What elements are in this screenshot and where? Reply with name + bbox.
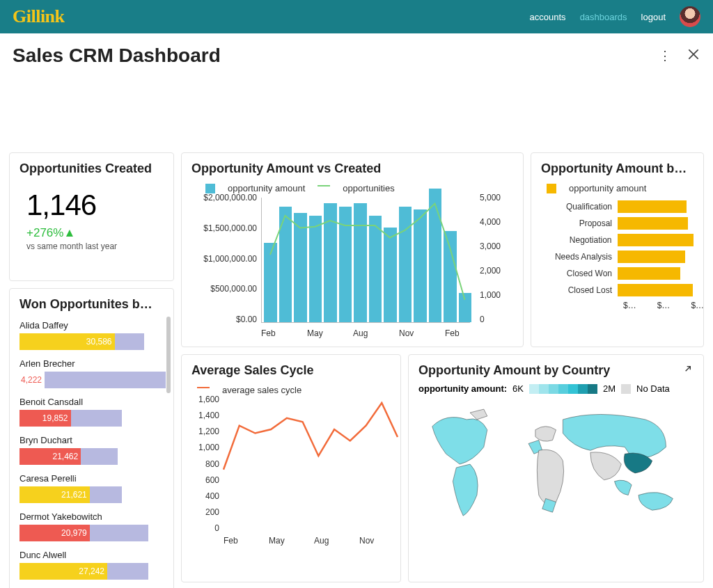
won-footer: 21,604 | 38,986 |: [19, 583, 171, 588]
stage-label: Needs Analysis: [541, 252, 618, 262]
stage-bar: [618, 267, 680, 280]
world-map[interactable]: [418, 398, 694, 537]
card-avg-sales-cycle: Average Sales Cycle average sales cycle …: [181, 354, 401, 582]
won-row: Dunc Alwell27,242: [19, 550, 171, 580]
stage-row: Proposal: [541, 217, 694, 230]
won-name: Alida Daffey: [19, 320, 171, 331]
swatch-line-icon: [318, 185, 330, 186]
stage-rows: QualificationProposalNegotiationNeeds An…: [541, 200, 694, 296]
swatch-bar-icon: [205, 184, 215, 193]
won-bar: 20,979: [19, 525, 166, 541]
won-name: Caresa Perelli: [19, 473, 171, 484]
won-row: Benoit Cansdall19,852: [19, 397, 171, 427]
nodata-swatch-icon: [621, 384, 631, 394]
stage-bar: [618, 284, 693, 296]
won-bar: 27,242: [19, 563, 166, 580]
legend-a: opportunity amount: [228, 183, 305, 193]
logo: Gillink: [13, 6, 65, 27]
swatch-stage-icon: [547, 184, 556, 193]
card-title: Opportunity Amount by St…: [541, 161, 694, 176]
stage-bar: [618, 200, 687, 213]
legend-b: opportunities: [343, 183, 394, 193]
won-row: Arlen Brecher4,222: [19, 358, 171, 388]
card-opportunities-created: Opportunities Created 1,146 +276%▲ vs sa…: [9, 152, 174, 281]
stage-label: Closed Won: [541, 269, 618, 278]
won-name: Dunc Alwell: [19, 550, 171, 560]
avatar[interactable]: [680, 6, 700, 27]
stage-bar: [618, 251, 685, 263]
card-title: Opportunity Amount by Country: [418, 363, 610, 378]
won-bar: 21,462: [19, 448, 166, 465]
legend: opportunity amount: [547, 183, 694, 193]
asc-chart: 1,6001,4001,2001,0008006004002000 FebMay…: [191, 399, 391, 553]
won-row: Caresa Perelli21,621: [19, 473, 171, 503]
card-title: Opportunities Created: [19, 161, 164, 176]
won-bar: 4,222: [19, 372, 166, 388]
card-won-opportunities: Won Opportunites b… Alida Daffey30,586Ar…: [9, 288, 174, 588]
map-min: 6K: [512, 383, 524, 394]
legend: opportunity amount opportunities: [205, 183, 513, 193]
top-nav: accounts dashboards logout: [530, 6, 700, 27]
won-name: Benoit Cansdall: [19, 397, 171, 407]
map-legend: opportunity amount: 6K 2M No Data: [418, 383, 694, 394]
won-row: Alida Daffey30,586: [19, 320, 171, 350]
card-title: Average Sales Cycle: [191, 363, 391, 378]
card-opp-amount-by-country: Opportunity Amount by Country opportunit…: [408, 354, 704, 582]
map-max: 2M: [603, 383, 616, 394]
kpi-subtitle: vs same month last year: [26, 241, 164, 251]
stage-row: Negotiation: [541, 234, 694, 246]
won-bar: 30,586: [19, 333, 166, 350]
stage-row: Closed Lost: [541, 284, 694, 296]
won-bar: 21,621: [19, 486, 166, 503]
card-opp-amount-vs-created: Opportunity Amount vs Created opportunit…: [181, 152, 524, 347]
topbar: Gillink accounts dashboards logout: [0, 0, 713, 33]
swatch-orange-icon: [197, 387, 210, 388]
kebab-menu-icon[interactable]: ⋮: [659, 49, 671, 62]
won-name: Bryn Duchart: [19, 435, 171, 445]
map-nodata: No Data: [636, 383, 670, 394]
ovc-chart: $2,000,000.00$1,500,000.00$1,000,000.00$…: [191, 198, 513, 347]
won-row: Dermot Yakebowitch20,979: [19, 511, 171, 541]
stage-bar: [618, 234, 694, 246]
nav-dashboards[interactable]: dashboards: [580, 12, 627, 22]
kpi-value: 1,146: [26, 189, 157, 222]
page-title: Sales CRM Dashboard: [13, 45, 221, 67]
map-legend-label: opportunity amount:: [418, 383, 507, 394]
nav-logout[interactable]: logout: [641, 12, 666, 22]
gradient-icon: [529, 384, 597, 394]
card-title: Won Opportunites b…: [19, 297, 171, 312]
card-opp-amount-by-stage: Opportunity Amount by St… opportunity am…: [531, 152, 704, 347]
stage-bar: [618, 217, 688, 230]
kpi-delta: +276%▲: [26, 226, 164, 240]
card-title: Opportunity Amount vs Created: [191, 161, 513, 176]
stage-row: Qualification: [541, 200, 694, 213]
stage-label: Negotiation: [541, 235, 618, 245]
stage-row: Needs Analysis: [541, 251, 694, 263]
nav-accounts[interactable]: accounts: [530, 12, 566, 22]
legend: average sales cycle: [197, 385, 391, 395]
legend-stage: opportunity amount: [569, 183, 646, 193]
legend-asc: average sales cycle: [222, 385, 301, 395]
stage-label: Proposal: [541, 218, 618, 228]
stage-row: Closed Won: [541, 267, 694, 280]
won-name: Dermot Yakebowitch: [19, 511, 171, 522]
title-row: Sales CRM Dashboard ⋮: [0, 33, 713, 74]
won-bar: 19,852: [19, 410, 166, 427]
stage-label: Closed Lost: [541, 285, 618, 295]
expand-icon[interactable]: [682, 363, 694, 377]
close-icon[interactable]: [687, 47, 700, 64]
won-name: Arlen Brecher: [19, 358, 171, 369]
won-row: Bryn Duchart21,462: [19, 435, 171, 465]
won-list[interactable]: Alida Daffey30,586Arlen Brecher4,222Beno…: [19, 320, 171, 583]
stage-x-axis: $…$…$…: [623, 301, 694, 310]
stage-label: Qualification: [541, 202, 618, 212]
